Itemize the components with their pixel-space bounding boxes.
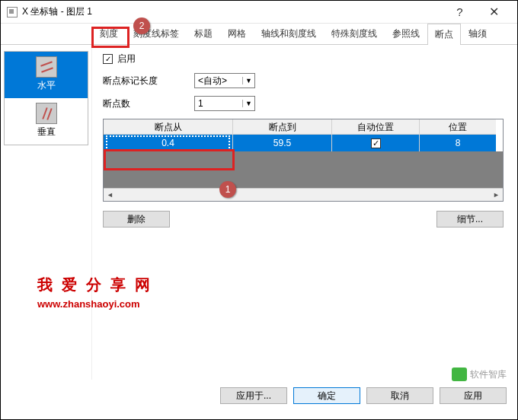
tab-breaks[interactable]: 断点 (427, 24, 461, 45)
delete-button[interactable]: 删除 (103, 211, 170, 228)
mark-length-label: 断点标记长度 (103, 75, 194, 88)
content-pane: ✓ 启用 断点标记长度 <自动> ▼ 断点数 1 ▼ 断点从 断点到 自动位置 … (92, 45, 517, 380)
mark-length-select[interactable]: <自动> ▼ (194, 73, 255, 88)
sidebar-item-horizontal[interactable]: 水平 (5, 52, 88, 98)
enable-checkbox[interactable]: ✓ (103, 54, 113, 64)
chevron-down-icon: ▼ (242, 77, 254, 84)
sidebar-item-vertical[interactable]: 垂直 (5, 98, 88, 145)
close-button[interactable]: ✕ (477, 2, 511, 23)
breaks-grid: 断点从 断点到 自动位置 位置 0.4 59.5 ✓ 8 ◄ ► (103, 119, 504, 202)
breaks-count-select[interactable]: 1 ▼ (194, 96, 255, 111)
grid-empty-area (104, 151, 503, 188)
apply-button[interactable]: 应用 (440, 387, 507, 404)
col-auto[interactable]: 自动位置 (332, 119, 420, 135)
tabbar: 刻度 刻度线标签 标题 网格 轴线和刻度线 特殊刻度线 参照线 断点 轴须 (1, 24, 517, 45)
sidebar-item-label: 垂直 (5, 126, 88, 138)
cancel-button[interactable]: 取消 (366, 387, 433, 404)
enable-label: 启用 (117, 52, 136, 65)
ok-button[interactable]: 确定 (293, 387, 360, 404)
tab-rug[interactable]: 轴须 (461, 23, 494, 44)
help-button[interactable]: ? (443, 2, 477, 23)
dialog-footer: 应用于... 确定 取消 应用 (220, 387, 507, 404)
cell-to[interactable]: 59.5 (233, 135, 332, 151)
tab-special-ticks[interactable]: 特殊刻度线 (324, 23, 385, 44)
tab-title[interactable]: 标题 (187, 23, 220, 44)
app-icon (7, 7, 18, 18)
apply-to-button[interactable]: 应用于... (220, 387, 287, 404)
tab-axis-ticks[interactable]: 轴线和刻度线 (254, 23, 324, 44)
cell-from[interactable]: 0.4 (104, 135, 233, 151)
window-title: X 坐标轴 - 图层 1 (22, 5, 443, 18)
col-to[interactable]: 断点到 (233, 119, 332, 135)
tab-tick-labels[interactable]: 刻度线标签 (126, 23, 187, 44)
col-pos[interactable]: 位置 (420, 119, 496, 135)
detail-button[interactable]: 细节... (436, 211, 504, 228)
vertical-axis-icon (36, 103, 57, 124)
tab-reference[interactable]: 参照线 (385, 23, 427, 44)
cell-auto[interactable]: ✓ (332, 135, 420, 151)
horizontal-scrollbar[interactable]: ◄ ► (104, 188, 503, 201)
tab-scale[interactable]: 刻度 (92, 23, 126, 44)
breaks-count-label: 断点数 (103, 97, 194, 110)
chevron-down-icon: ▼ (242, 100, 254, 107)
horizontal-axis-icon (36, 56, 57, 78)
axis-sidebar: 水平 垂直 (1, 45, 92, 380)
sidebar-item-label: 水平 (5, 79, 88, 92)
col-from[interactable]: 断点从 (104, 119, 233, 135)
cell-pos[interactable]: 8 (420, 135, 496, 151)
tab-grid[interactable]: 网格 (220, 23, 254, 44)
scroll-left-icon[interactable]: ◄ (104, 191, 117, 199)
table-row[interactable]: 0.4 59.5 ✓ 8 (104, 135, 503, 151)
titlebar: X 坐标轴 - 图层 1 ? ✕ (1, 1, 517, 24)
scroll-right-icon[interactable]: ► (490, 191, 503, 199)
